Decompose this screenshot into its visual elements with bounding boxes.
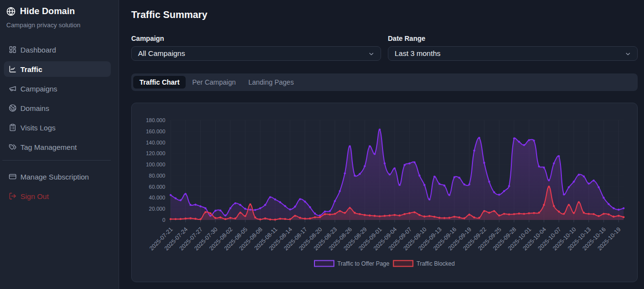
svg-text:40.000: 40.000 — [149, 195, 165, 200]
svg-text:160.000: 160.000 — [146, 128, 165, 134]
svg-text:Traffic Blocked: Traffic Blocked — [417, 260, 455, 267]
svg-text:180.000: 180.000 — [146, 117, 165, 123]
svg-text:0: 0 — [162, 217, 165, 223]
svg-text:20.000: 20.000 — [149, 206, 165, 212]
svg-text:60.000: 60.000 — [149, 184, 165, 190]
svg-text:80.000: 80.000 — [149, 173, 165, 179]
svg-text:140.000: 140.000 — [146, 140, 165, 145]
svg-text:120.000: 120.000 — [146, 150, 165, 156]
svg-text:100.000: 100.000 — [146, 162, 165, 167]
svg-text:Traffic to Offer Page: Traffic to Offer Page — [337, 260, 389, 267]
